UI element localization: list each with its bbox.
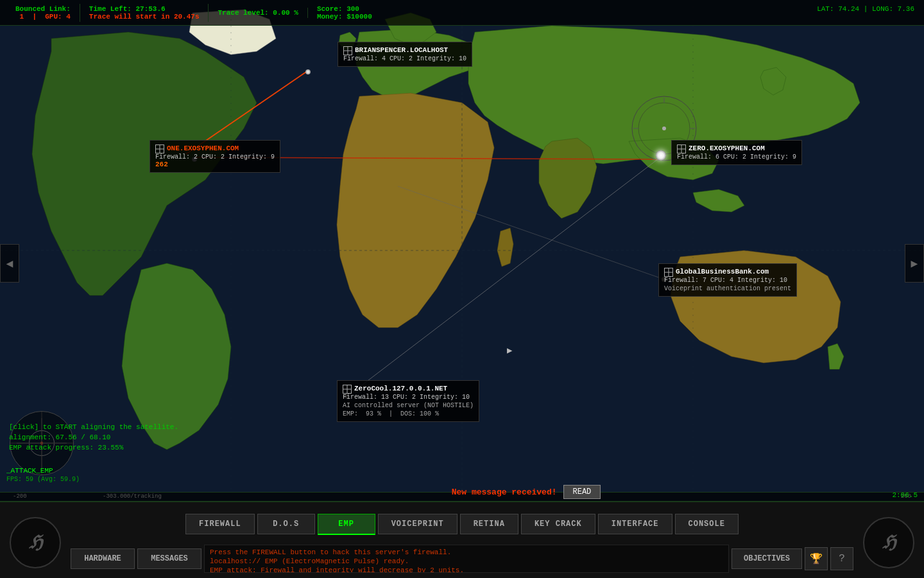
map-arrow-right[interactable]: ▶	[905, 244, 924, 283]
help-button[interactable]: ?	[830, 547, 853, 570]
info-line-2: localhost:// EMP (ElectroMagnetic Pulse)…	[210, 557, 723, 566]
keycrack-button[interactable]: KEY CRACK	[521, 514, 595, 534]
node-zerocool-emp: EMP: 93 % | DOS: 100 %	[343, 410, 474, 417]
node-zerocool-stats: Firewall: 13 CPU: 2 Integrity: 10	[343, 394, 474, 401]
alignment-info: [click] to START aligning the satellite.…	[9, 422, 178, 453]
attack-mode-label: _ATTACK_EMP	[6, 467, 80, 475]
emp-button[interactable]: EMP	[318, 514, 375, 535]
money-label: Money: $10000	[317, 13, 372, 21]
help-icon: ?	[839, 553, 845, 565]
align-line3: EMP attack progress: 23.55%	[9, 442, 178, 453]
node-global-bank[interactable]: GlobalBusinessBank.com Firewall: 7 CPU: …	[658, 263, 797, 297]
info-panel: Press the FIREWALL button to hack this s…	[204, 545, 729, 573]
read-button[interactable]: READ	[563, 485, 601, 499]
node-one-exosyphen[interactable]: ONE.EXOSYPHEN.COM Firewall: 2 CPU: 2 Int…	[150, 140, 280, 173]
messages-button[interactable]: MESSAGES	[137, 548, 201, 569]
ruler-left-label: -200	[13, 493, 27, 500]
lat-value: LAT: 74.24 | LONG: 7.36	[817, 5, 914, 13]
node-zerocool-extra: AI controlled server (NOT HOSTILE)	[343, 402, 474, 409]
bounced-link-section: Bounced Link: 1 | GPU: 4	[6, 4, 80, 22]
crosshair-icon-one	[155, 144, 164, 153]
node-brianspencer-stats: Firewall: 4 CPU: 2 Integrity: 10	[343, 55, 466, 62]
node-bank-name: GlobalBusinessBank.com	[676, 268, 769, 276]
logo-h-right: ℌ	[882, 532, 896, 554]
map-arrow-left[interactable]: ◀	[0, 244, 19, 283]
arrow-right-icon: ▶	[911, 256, 918, 270]
crosshair-icon-zero	[677, 144, 686, 153]
score-label: Score: 300	[317, 5, 372, 13]
ruler-tracking: -303.000/tracking	[103, 493, 162, 500]
mouse-cursor: ▶	[507, 345, 511, 351]
voiceprint-button[interactable]: VOICEPRINT	[378, 514, 458, 534]
logo-circle-left: ℌ	[10, 517, 61, 568]
time-left-label: Time Left: 27:53.6	[89, 5, 200, 13]
message-bar: New message received! READ	[270, 483, 783, 501]
trophy-button[interactable]: 🏆	[805, 547, 828, 570]
node-one-stats: Firewall: 2 CPU: 2 Integrity: 9	[155, 153, 275, 161]
node-brianspencer-name: BRIANSPENCER.LOCALHOST	[355, 46, 448, 54]
crosshair-icon	[343, 46, 352, 55]
node-zero-stats: Firewall: 6 CPU: 2 Integrity: 9	[677, 153, 796, 161]
logo-circle-right: ℌ	[863, 517, 914, 568]
score-section: Score: 300 Money: $10000	[308, 4, 381, 22]
bottom-toolbar: ℌ ℌ FIREWALL D.O.S EMP VOICEPRINT RETINA…	[0, 501, 924, 578]
crosshair-icon-zerocool	[343, 385, 352, 394]
info-line-1: Press the FIREWALL button to hack this s…	[210, 548, 723, 557]
trace-level-label: Trace level: 0.00 %	[218, 9, 298, 17]
time-section: Time Left: 27:53.6 Trace will start in 2…	[80, 4, 209, 22]
top-hud: Bounced Link: 1 | GPU: 4 Time Left: 27:5…	[0, 0, 924, 26]
node-zerocool-name: ZeroCool.127.0.0.1.NET	[354, 385, 447, 392]
objectives-button[interactable]: OBJECTIVES	[732, 548, 802, 569]
node-zero-name: ZERO.EXOSYPHEN.COM	[689, 144, 765, 152]
logo-right: ℌ	[860, 514, 918, 572]
svg-point-11	[662, 127, 666, 130]
trace-label: Trace will start in 20.47s	[89, 13, 200, 21]
firewall-button[interactable]: FIREWALL	[185, 514, 255, 534]
node-one-extra: 262	[155, 161, 275, 168]
node-zero-exosyphen[interactable]: ZERO.EXOSYPHEN.COM Firewall: 6 CPU: 2 In…	[671, 140, 802, 165]
logo-left: ℌ	[6, 514, 64, 572]
node-brianspencer[interactable]: BRIANSPENCER.LOCALHOST Firewall: 4 CPU: …	[338, 42, 472, 67]
coordinates: LAT: 74.24 | LONG: 7.36	[817, 5, 914, 13]
console-button[interactable]: CONSOLE	[675, 514, 739, 534]
info-line-3: EMP attack: Firewall and integrity will …	[210, 566, 723, 573]
node-bank-stats: Firewall: 7 CPU: 4 Integrity: 10	[664, 277, 791, 284]
node-dot-brianspencer	[305, 69, 311, 74]
dos-button[interactable]: D.O.S	[257, 514, 315, 534]
time-display: 2:06.5	[892, 491, 918, 499]
attack-mode-display: _ATTACK_EMP FPS: 59 (Avg: 59.9)	[6, 467, 80, 483]
node-dot-zero-exosyphen	[656, 150, 666, 161]
bounced-link-label: Bounced Link:	[15, 5, 71, 13]
interface-button[interactable]: INTERFACE	[598, 514, 672, 534]
node-bank-extra: Voiceprint authentication present	[664, 285, 791, 292]
bottom-button-row: HARDWARE MESSAGES Press the FIREWALL but…	[71, 545, 853, 573]
logo-h-left: ℌ	[29, 532, 42, 554]
bounced-link-value: 1 | GPU: 4	[15, 13, 71, 21]
trace-section: Trace level: 0.00 %	[209, 8, 307, 18]
node-one-name: ONE.EXOSYPHEN.COM	[167, 144, 239, 152]
node-zerocool[interactable]: ZeroCool.127.0.0.1.NET Firewall: 13 CPU:…	[337, 380, 479, 422]
retina-button[interactable]: RETINA	[460, 514, 518, 534]
top-button-row: FIREWALL D.O.S EMP VOICEPRINT RETINA KEY…	[71, 509, 853, 539]
crosshair-icon-bank	[664, 268, 673, 277]
fps-display: FPS: 59 (Avg: 59.9)	[6, 476, 80, 483]
align-line2: alignment: 67.56 / 68.10	[9, 432, 178, 442]
trophy-icon: 🏆	[810, 552, 823, 565]
align-line1: [click] to START aligning the satellite.	[9, 422, 178, 432]
new-message-text: New message received!	[452, 487, 557, 497]
hardware-button[interactable]: HARDWARE	[71, 548, 135, 569]
arrow-left-icon: ◀	[6, 256, 13, 270]
